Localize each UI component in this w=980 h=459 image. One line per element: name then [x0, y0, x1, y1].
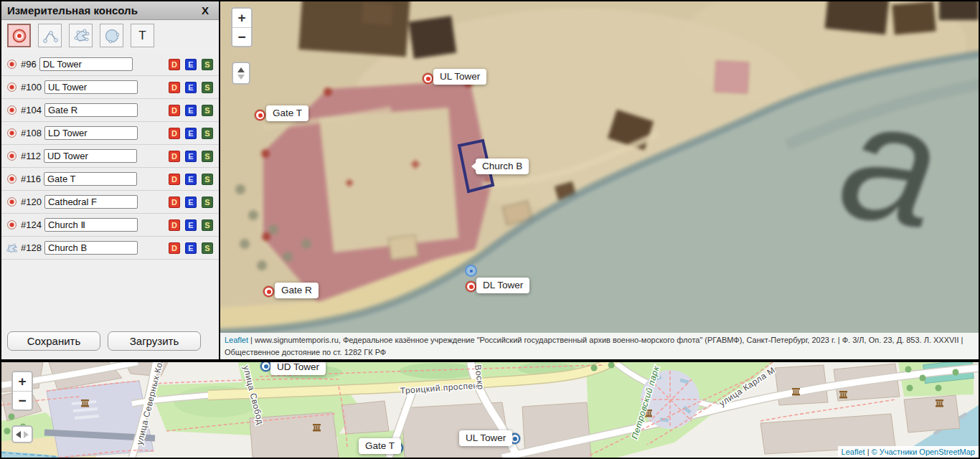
feature-name-input[interactable]	[44, 149, 137, 163]
point-feature-icon	[6, 81, 18, 93]
tooltip: Church B	[476, 158, 529, 174]
map-marker-dl-tower[interactable]	[466, 281, 476, 292]
point-feature-icon	[6, 150, 18, 162]
polygon-feature-icon	[6, 242, 18, 254]
delete-button[interactable]: D	[169, 174, 180, 185]
panel-header: Измерительная консоль X	[1, 1, 219, 20]
map-marker-ul-tower[interactable]	[423, 73, 433, 84]
edit-button[interactable]: E	[185, 197, 197, 208]
panel-title: Измерительная консоль	[7, 4, 138, 16]
historical-map-artwork: a	[220, 1, 979, 359]
feature-id: #104	[21, 105, 42, 115]
edit-button[interactable]: E	[185, 174, 197, 185]
feature-name-input[interactable]	[44, 218, 138, 232]
zoom-out-button[interactable]: −	[232, 27, 251, 46]
edit-button[interactable]: E	[185, 59, 197, 70]
map-attribution: Leaflet | www.signumtemporis.ru, Федерал…	[220, 333, 979, 359]
osm-link[interactable]: © Участники OpenStreetMap	[872, 448, 975, 456]
feature-row: #112 D E S	[1, 145, 219, 168]
tooltip: DL Tower	[476, 278, 529, 293]
feature-id: #116	[21, 174, 41, 184]
save-button[interactable]: Сохранить	[7, 331, 100, 351]
polygon-tool-button[interactable]	[69, 24, 93, 47]
close-icon[interactable]: X	[202, 1, 209, 20]
feature-id: #128	[21, 242, 42, 253]
feature-id: #112	[21, 151, 41, 161]
delete-button[interactable]: D	[169, 219, 180, 231]
feature-name-input[interactable]	[39, 57, 133, 71]
feature-id: #100	[21, 82, 42, 93]
tooltip: UL Tower	[433, 69, 486, 85]
zoom-control: + −	[231, 7, 253, 47]
delete-button[interactable]: D	[169, 242, 180, 254]
feature-id: #124	[21, 219, 42, 230]
feature-row: #100 D E S	[1, 76, 219, 99]
feature-name-input[interactable]	[44, 195, 138, 209]
layer-swipe-toggle[interactable]	[11, 425, 33, 443]
app-window: Измерительная консоль X	[0, 0, 980, 459]
attribution-text-line2: Общественное достояние по ст. 1282 ГК РФ	[225, 346, 974, 359]
feature-name-input[interactable]	[44, 126, 138, 140]
edit-button[interactable]: E	[185, 242, 197, 254]
show-button[interactable]: S	[202, 82, 213, 93]
delete-button[interactable]: D	[169, 151, 180, 162]
feature-name-input[interactable]	[44, 80, 138, 94]
delete-button[interactable]: D	[169, 59, 180, 70]
zoom-in-button[interactable]: +	[232, 9, 251, 27]
feature-row: #124 D E S	[1, 214, 219, 237]
feature-row: #128 D E S	[1, 237, 219, 260]
load-button[interactable]: Загрузить	[108, 331, 201, 351]
text-tool-button[interactable]: T	[131, 24, 154, 47]
edit-button[interactable]: E	[185, 105, 197, 116]
point-feature-icon	[6, 173, 18, 185]
feature-row: #108 D E S	[1, 122, 219, 145]
zoom-out-button[interactable]: −	[13, 391, 32, 410]
delete-button[interactable]: D	[169, 128, 180, 139]
osm-map[interactable]: Троицкий проспект улица Северных Кон ули…	[1, 362, 979, 458]
circle-tool-button[interactable]	[100, 24, 123, 47]
point-feature-icon	[6, 104, 18, 116]
show-button[interactable]: S	[202, 128, 213, 139]
arrow-down-icon	[237, 75, 245, 80]
point-feature-icon	[6, 219, 18, 231]
layer-opacity-toggle[interactable]	[232, 62, 250, 85]
edit-button[interactable]: E	[185, 82, 197, 93]
text-tool-icon: T	[138, 29, 146, 43]
arrow-left-icon	[16, 431, 21, 438]
point-tool-button[interactable]	[7, 24, 31, 47]
feature-id: #96	[21, 59, 37, 70]
zoom-in-button[interactable]: +	[13, 372, 32, 391]
point-feature-icon	[6, 196, 18, 208]
show-button[interactable]: S	[202, 174, 213, 185]
edit-button[interactable]: E	[185, 128, 197, 139]
feature-list: #96 D E S #100 D E S #104 D E	[1, 53, 219, 260]
polyline-tool-button[interactable]	[38, 24, 62, 47]
show-button[interactable]: S	[202, 151, 213, 162]
map-marker-gate-t[interactable]	[255, 110, 265, 120]
panel-footer: Сохранить Загрузить	[1, 331, 219, 351]
delete-button[interactable]: D	[169, 82, 180, 93]
edit-button[interactable]: E	[185, 151, 197, 162]
point-feature-icon	[6, 127, 18, 139]
delete-button[interactable]: D	[169, 197, 180, 208]
point-feature-icon	[6, 58, 18, 70]
arrow-up-icon	[237, 67, 245, 72]
historical-map[interactable]: a UL Tower Gate T Church B DL Tower Gate…	[220, 1, 979, 359]
feature-id: #108	[21, 128, 42, 138]
vertex-handle[interactable]	[465, 265, 477, 277]
edit-button[interactable]: E	[185, 219, 197, 231]
leaflet-link[interactable]: Leaflet	[842, 448, 865, 456]
attribution-text: | www.signumtemporis.ru, Федеральное каз…	[250, 336, 963, 344]
map-marker-gate-r[interactable]	[263, 286, 274, 297]
feature-name-input[interactable]	[44, 172, 137, 186]
leaflet-link[interactable]: Leaflet	[225, 336, 248, 344]
attribution-separator: |	[867, 448, 870, 456]
delete-button[interactable]: D	[169, 105, 180, 116]
show-button[interactable]: S	[202, 242, 213, 254]
show-button[interactable]: S	[202, 219, 213, 231]
feature-name-input[interactable]	[44, 103, 138, 117]
show-button[interactable]: S	[202, 105, 213, 116]
show-button[interactable]: S	[202, 59, 213, 70]
show-button[interactable]: S	[202, 197, 213, 208]
feature-name-input[interactable]	[44, 241, 138, 255]
